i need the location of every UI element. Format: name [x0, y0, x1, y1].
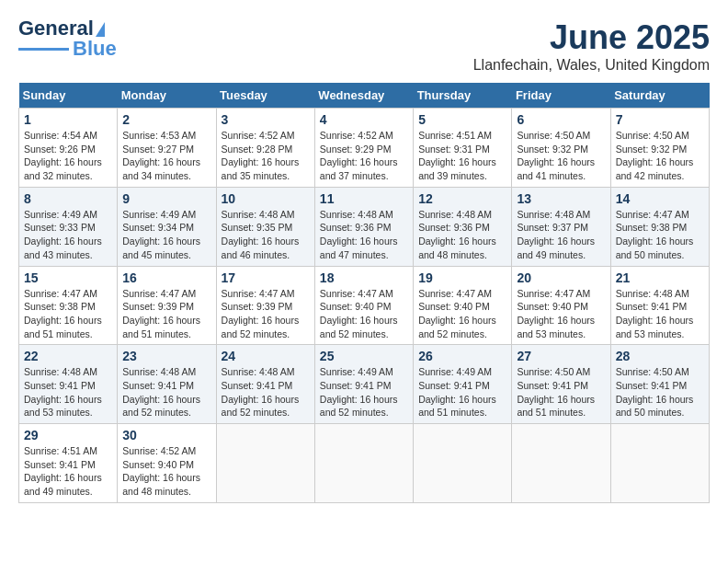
calendar-cell: 21 Sunrise: 4:48 AM Sunset: 9:41 PM Dayl…: [610, 266, 709, 345]
day-number: 16: [122, 270, 210, 285]
day-number: 9: [122, 191, 210, 206]
day-number: 21: [616, 270, 704, 285]
calendar-cell: 16 Sunrise: 4:47 AM Sunset: 9:39 PM Dayl…: [118, 266, 216, 345]
calendar-cell: [610, 424, 709, 503]
calendar-cell: 13 Sunrise: 4:48 AM Sunset: 9:37 PM Dayl…: [512, 187, 610, 266]
logo-general-text: General: [18, 18, 94, 39]
day-number: 13: [517, 191, 605, 206]
weekday-header-thursday: Thursday: [414, 83, 512, 109]
day-detail: Sunrise: 4:50 AM Sunset: 9:32 PM Dayligh…: [616, 129, 704, 183]
day-number: 18: [320, 270, 408, 285]
day-detail: Sunrise: 4:48 AM Sunset: 9:41 PM Dayligh…: [122, 365, 210, 419]
day-detail: Sunrise: 4:49 AM Sunset: 9:33 PM Dayligh…: [24, 208, 112, 262]
day-detail: Sunrise: 4:49 AM Sunset: 9:34 PM Dayligh…: [122, 208, 210, 262]
day-detail: Sunrise: 4:48 AM Sunset: 9:35 PM Dayligh…: [222, 208, 310, 262]
day-number: 11: [320, 191, 408, 206]
day-number: 12: [418, 191, 506, 206]
day-number: 10: [222, 191, 310, 206]
day-detail: Sunrise: 4:47 AM Sunset: 9:40 PM Dayligh…: [517, 287, 605, 341]
page-header: General Blue June 2025 Llanfechain, Wale…: [18, 18, 710, 74]
calendar-cell: 14 Sunrise: 4:47 AM Sunset: 9:38 PM Dayl…: [610, 187, 709, 266]
day-detail: Sunrise: 4:53 AM Sunset: 9:27 PM Dayligh…: [122, 129, 210, 183]
day-detail: Sunrise: 4:48 AM Sunset: 9:36 PM Dayligh…: [418, 208, 506, 262]
calendar-cell: 15 Sunrise: 4:47 AM Sunset: 9:38 PM Dayl…: [19, 266, 118, 345]
weekday-header-sunday: Sunday: [19, 83, 118, 109]
day-detail: Sunrise: 4:50 AM Sunset: 9:32 PM Dayligh…: [517, 129, 605, 183]
day-number: 4: [320, 112, 408, 127]
weekday-header-row: SundayMondayTuesdayWednesdayThursdayFrid…: [19, 83, 710, 109]
week-row-1: 1 Sunrise: 4:54 AM Sunset: 9:26 PM Dayli…: [19, 109, 710, 188]
day-detail: Sunrise: 4:48 AM Sunset: 9:41 PM Dayligh…: [222, 365, 310, 419]
calendar-table: SundayMondayTuesdayWednesdayThursdayFrid…: [18, 83, 710, 503]
logo-triangle-icon: [96, 22, 105, 37]
day-detail: Sunrise: 4:47 AM Sunset: 9:39 PM Dayligh…: [122, 287, 210, 341]
day-number: 20: [517, 270, 605, 285]
logo-underline: [18, 48, 69, 51]
day-detail: Sunrise: 4:48 AM Sunset: 9:36 PM Dayligh…: [320, 208, 408, 262]
week-row-2: 8 Sunrise: 4:49 AM Sunset: 9:33 PM Dayli…: [19, 187, 710, 266]
calendar-cell: 10 Sunrise: 4:48 AM Sunset: 9:35 PM Dayl…: [216, 187, 314, 266]
day-detail: Sunrise: 4:49 AM Sunset: 9:41 PM Dayligh…: [418, 365, 506, 419]
day-detail: Sunrise: 4:48 AM Sunset: 9:37 PM Dayligh…: [517, 208, 605, 262]
weekday-header-monday: Monday: [118, 83, 216, 109]
day-number: 30: [122, 428, 210, 442]
day-number: 29: [24, 428, 112, 442]
day-detail: Sunrise: 4:51 AM Sunset: 9:41 PM Dayligh…: [24, 444, 112, 499]
day-detail: Sunrise: 4:50 AM Sunset: 9:41 PM Dayligh…: [616, 365, 704, 419]
calendar-cell: 12 Sunrise: 4:48 AM Sunset: 9:36 PM Dayl…: [414, 187, 512, 266]
calendar-cell: 24 Sunrise: 4:48 AM Sunset: 9:41 PM Dayl…: [216, 345, 314, 424]
weekday-header-tuesday: Tuesday: [216, 83, 314, 109]
day-number: 28: [616, 349, 704, 363]
day-detail: Sunrise: 4:52 AM Sunset: 9:29 PM Dayligh…: [320, 129, 408, 183]
calendar-cell: [314, 424, 413, 503]
calendar-cell: 22 Sunrise: 4:48 AM Sunset: 9:41 PM Dayl…: [19, 345, 118, 424]
weekday-header-saturday: Saturday: [610, 83, 709, 109]
calendar-cell: 17 Sunrise: 4:47 AM Sunset: 9:39 PM Dayl…: [216, 266, 314, 345]
day-number: 17: [222, 270, 310, 285]
calendar-cell: [216, 424, 314, 503]
day-number: 7: [616, 112, 704, 127]
calendar-cell: 11 Sunrise: 4:48 AM Sunset: 9:36 PM Dayl…: [314, 187, 413, 266]
day-number: 23: [122, 349, 210, 363]
calendar-cell: 1 Sunrise: 4:54 AM Sunset: 9:26 PM Dayli…: [19, 109, 118, 188]
week-row-4: 22 Sunrise: 4:48 AM Sunset: 9:41 PM Dayl…: [19, 345, 710, 424]
calendar-cell: 4 Sunrise: 4:52 AM Sunset: 9:29 PM Dayli…: [314, 109, 413, 188]
day-detail: Sunrise: 4:48 AM Sunset: 9:41 PM Dayligh…: [24, 365, 112, 419]
title-area: June 2025 Llanfechain, Wales, United Kin…: [473, 18, 710, 74]
calendar-cell: 8 Sunrise: 4:49 AM Sunset: 9:33 PM Dayli…: [19, 187, 118, 266]
day-detail: Sunrise: 4:48 AM Sunset: 9:41 PM Dayligh…: [616, 287, 704, 341]
calendar-cell: 29 Sunrise: 4:51 AM Sunset: 9:41 PM Dayl…: [19, 424, 118, 503]
logo: General Blue: [18, 18, 117, 59]
calendar-cell: 25 Sunrise: 4:49 AM Sunset: 9:41 PM Dayl…: [314, 345, 413, 424]
day-number: 1: [24, 112, 112, 127]
day-detail: Sunrise: 4:49 AM Sunset: 9:41 PM Dayligh…: [320, 365, 408, 419]
day-number: 27: [517, 349, 605, 363]
calendar-cell: 5 Sunrise: 4:51 AM Sunset: 9:31 PM Dayli…: [414, 109, 512, 188]
day-number: 14: [616, 191, 704, 206]
day-number: 5: [418, 112, 506, 127]
logo-blue-text: Blue: [73, 39, 117, 59]
weekday-header-wednesday: Wednesday: [314, 83, 413, 109]
day-detail: Sunrise: 4:50 AM Sunset: 9:41 PM Dayligh…: [517, 365, 605, 419]
calendar-cell: [512, 424, 610, 503]
day-number: 22: [24, 349, 112, 363]
calendar-cell: 30 Sunrise: 4:52 AM Sunset: 9:40 PM Dayl…: [118, 424, 216, 503]
day-number: 26: [418, 349, 506, 363]
calendar-cell: [414, 424, 512, 503]
day-detail: Sunrise: 4:47 AM Sunset: 9:40 PM Dayligh…: [418, 287, 506, 341]
calendar-cell: 9 Sunrise: 4:49 AM Sunset: 9:34 PM Dayli…: [118, 187, 216, 266]
location-title: Llanfechain, Wales, United Kingdom: [473, 57, 710, 74]
calendar-cell: 2 Sunrise: 4:53 AM Sunset: 9:27 PM Dayli…: [118, 109, 216, 188]
day-number: 8: [24, 191, 112, 206]
day-detail: Sunrise: 4:47 AM Sunset: 9:39 PM Dayligh…: [222, 287, 310, 341]
day-number: 19: [418, 270, 506, 285]
calendar-cell: 28 Sunrise: 4:50 AM Sunset: 9:41 PM Dayl…: [610, 345, 709, 424]
calendar-cell: 23 Sunrise: 4:48 AM Sunset: 9:41 PM Dayl…: [118, 345, 216, 424]
week-row-3: 15 Sunrise: 4:47 AM Sunset: 9:38 PM Dayl…: [19, 266, 710, 345]
day-detail: Sunrise: 4:51 AM Sunset: 9:31 PM Dayligh…: [418, 129, 506, 183]
calendar-cell: 20 Sunrise: 4:47 AM Sunset: 9:40 PM Dayl…: [512, 266, 610, 345]
day-detail: Sunrise: 4:52 AM Sunset: 9:40 PM Dayligh…: [122, 444, 210, 499]
calendar-cell: 19 Sunrise: 4:47 AM Sunset: 9:40 PM Dayl…: [414, 266, 512, 345]
calendar-cell: 18 Sunrise: 4:47 AM Sunset: 9:40 PM Dayl…: [314, 266, 413, 345]
day-number: 6: [517, 112, 605, 127]
